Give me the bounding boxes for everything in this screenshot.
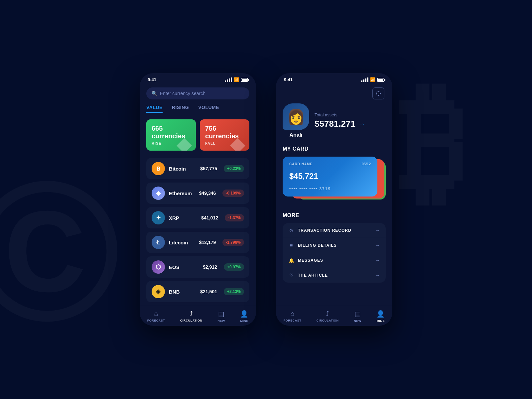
nav-mine-label-2: MINE bbox=[376, 319, 385, 323]
card-top: CARD NAME 05/12 bbox=[289, 162, 371, 166]
crypto-item-bnb[interactable]: ◈ BNB $21,501 +2.13% bbox=[146, 281, 249, 302]
battery-icon-2 bbox=[377, 78, 384, 82]
rise-diamond-icon bbox=[176, 137, 193, 151]
more-item-billing[interactable]: ≡ BILLING DETAILS → bbox=[283, 238, 386, 253]
avatar-wrap: 👩 Anali bbox=[283, 103, 309, 138]
article-arrow: → bbox=[375, 273, 380, 278]
more-item-transaction[interactable]: ⊙ TRANSACTION RECORD → bbox=[283, 223, 386, 238]
bg-symbol-left: © bbox=[0, 136, 120, 366]
stat-card-rise: 665 currencies RISE bbox=[146, 119, 196, 151]
circulation-icon-2: ⤴ bbox=[326, 310, 329, 318]
eos-change: +0.97% bbox=[224, 263, 244, 271]
ltc-price: $12,179 bbox=[199, 240, 216, 245]
crypto-list: ₿ Bitcoin $57,775 +0.23% ◆ Ethereum $49,… bbox=[146, 158, 249, 302]
status-bar-2: 9:41 📶 bbox=[276, 73, 392, 85]
status-icons-1: 📶 bbox=[225, 77, 248, 82]
more-section: ⊙ TRANSACTION RECORD → ≡ BILLING DETAILS… bbox=[283, 223, 386, 283]
bnb-name: BNB bbox=[169, 289, 196, 295]
nav-circulation-label-1: CIRCULATION bbox=[180, 319, 202, 322]
xrp-change: -1.37% bbox=[225, 214, 244, 221]
tab-volume[interactable]: VOLUME bbox=[198, 105, 219, 113]
card-expiry: 05/12 bbox=[362, 162, 371, 166]
phone-circulation: 9:41 📶 🔍 Enter currency search bbox=[140, 73, 256, 326]
mine-icon-1: 👤 bbox=[240, 310, 248, 318]
nav-mine-label-1: MINE bbox=[240, 319, 248, 323]
new-icon-1: ▤ bbox=[218, 310, 224, 318]
btc-logo: ₿ bbox=[152, 162, 165, 175]
my-card-title: MY CARD bbox=[283, 146, 386, 152]
time-1: 9:41 bbox=[148, 77, 156, 82]
svg-marker-1 bbox=[230, 138, 245, 151]
xrp-price: $41,012 bbox=[201, 215, 218, 220]
more-item-article[interactable]: ♡ THE ARTICLE → bbox=[283, 268, 386, 283]
article-icon: ♡ bbox=[289, 273, 294, 278]
bnb-logo: ◈ bbox=[152, 285, 165, 298]
search-icon: 🔍 bbox=[152, 91, 157, 96]
ltc-change: -1.798% bbox=[222, 239, 244, 246]
nav-new-1[interactable]: ▤ NEW bbox=[214, 310, 228, 323]
xrp-logo: ✦ bbox=[152, 211, 165, 224]
billing-label: BILLING DETAILS bbox=[298, 243, 375, 248]
nav-circulation-1[interactable]: ⤴ CIRCULATION bbox=[177, 310, 206, 323]
transaction-arrow: → bbox=[375, 228, 380, 233]
profile-header bbox=[283, 85, 386, 103]
more-item-messages[interactable]: 🔔 MESSAGES → bbox=[283, 253, 386, 268]
total-assets-value: $5781.271 → bbox=[315, 119, 386, 129]
stat-card-fall: 756 currencies FALL bbox=[200, 119, 249, 151]
eos-logo: ⬡ bbox=[152, 260, 165, 274]
transaction-icon: ⊙ bbox=[289, 228, 294, 233]
nav-new-label-1: NEW bbox=[217, 319, 225, 323]
ltc-logo: Ł bbox=[152, 236, 165, 249]
total-assets: Total assets $5781.271 → bbox=[315, 112, 386, 129]
svg-marker-2 bbox=[376, 91, 380, 95]
messages-icon: 🔔 bbox=[289, 258, 294, 263]
billing-icon: ≡ bbox=[289, 243, 294, 248]
nav-forecast-label-1: FORECAST bbox=[147, 319, 165, 322]
bnb-price: $21,501 bbox=[200, 289, 217, 294]
article-label: THE ARTICLE bbox=[298, 273, 375, 278]
bottom-nav-2: ⌂ FORECAST ⤴ CIRCULATION ▤ NEW 👤 MINE bbox=[276, 305, 392, 326]
crypto-item-xrp[interactable]: ✦ XRP $41,012 -1.37% bbox=[146, 207, 249, 228]
nav-mine-1[interactable]: 👤 MINE bbox=[237, 310, 252, 323]
card-stack: CARD NAME 05/12 $45,721 •••• •••• •••• 3… bbox=[283, 157, 386, 203]
ltc-name: Litecoin bbox=[169, 240, 195, 245]
signal-icon-2 bbox=[361, 77, 368, 82]
crypto-item-ethereum[interactable]: ◆ Ethereum $49,346 -0.109% bbox=[146, 183, 249, 204]
forecast-icon-1: ⌂ bbox=[154, 310, 158, 318]
nav-new-2[interactable]: ▤ NEW bbox=[350, 310, 365, 323]
nav-mine-2[interactable]: 👤 MINE bbox=[373, 310, 388, 323]
card-number: •••• •••• •••• 3719 bbox=[289, 187, 371, 191]
eth-change: -0.109% bbox=[222, 190, 244, 197]
nav-circulation-2[interactable]: ⤴ CIRCULATION bbox=[313, 310, 342, 323]
nav-forecast-2[interactable]: ⌂ FORECAST bbox=[280, 310, 305, 323]
nav-forecast-1[interactable]: ⌂ FORECAST bbox=[144, 310, 169, 323]
signal-icon bbox=[225, 77, 232, 82]
crypto-item-eos[interactable]: ⬡ EOS $2,912 +0.97% bbox=[146, 256, 249, 278]
svg-marker-0 bbox=[177, 138, 192, 151]
tabs: VALUE RISING VOLUME bbox=[146, 105, 249, 113]
tab-value[interactable]: VALUE bbox=[146, 105, 163, 113]
btc-name: Bitcoin bbox=[169, 166, 196, 172]
messages-arrow: → bbox=[375, 258, 380, 263]
wifi-icon-2: 📶 bbox=[370, 77, 375, 82]
main-card[interactable]: CARD NAME 05/12 $45,721 •••• •••• •••• 3… bbox=[283, 157, 377, 197]
wifi-icon: 📶 bbox=[234, 77, 239, 82]
nav-forecast-label-2: FORECAST bbox=[284, 319, 302, 322]
time-2: 9:41 bbox=[284, 77, 293, 82]
avatar-emoji: 👩 bbox=[287, 108, 305, 125]
settings-button[interactable] bbox=[372, 87, 384, 99]
phone1-content: 🔍 Enter currency search VALUE RISING VOL… bbox=[140, 85, 256, 305]
crypto-item-litecoin[interactable]: Ł Litecoin $12,179 -1.798% bbox=[146, 232, 249, 253]
more-title: MORE bbox=[283, 212, 386, 218]
eth-price: $49,346 bbox=[199, 191, 216, 196]
eth-logo: ◆ bbox=[152, 187, 165, 200]
search-bar[interactable]: 🔍 Enter currency search bbox=[146, 87, 249, 99]
bnb-change: +2.13% bbox=[224, 288, 244, 295]
crypto-item-bitcoin[interactable]: ₿ Bitcoin $57,775 +0.23% bbox=[146, 158, 249, 179]
transaction-label: TRANSACTION RECORD bbox=[298, 228, 375, 233]
total-assets-arrow[interactable]: → bbox=[358, 120, 365, 128]
search-placeholder: Enter currency search bbox=[160, 91, 205, 96]
messages-label: MESSAGES bbox=[298, 258, 375, 263]
tab-rising[interactable]: RISING bbox=[172, 105, 189, 113]
nav-new-label-2: NEW bbox=[354, 319, 361, 323]
